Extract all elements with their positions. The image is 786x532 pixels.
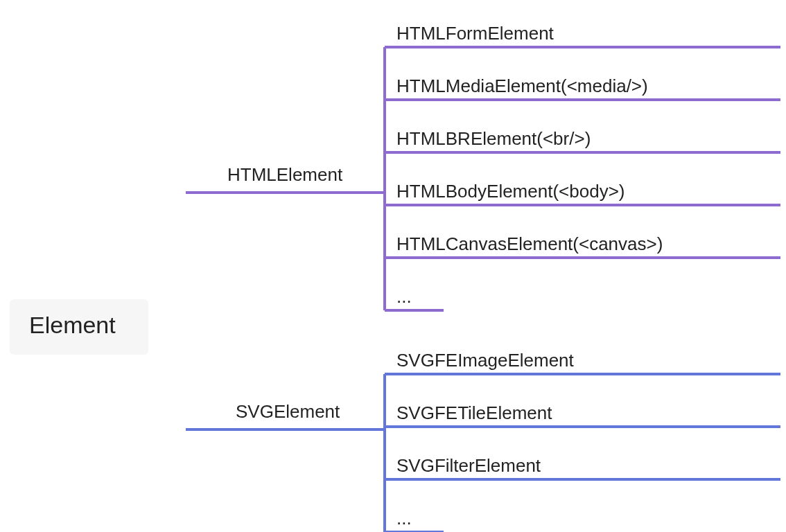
root-node-label: Element — [29, 312, 116, 338]
leaf-label: HTMLBodyElement(<body>) — [396, 181, 625, 202]
leaf-ellipsis: ... — [396, 508, 412, 529]
leaf-ellipsis: ... — [396, 286, 412, 307]
leaf-label: HTMLCanvasElement(<canvas>) — [396, 233, 663, 254]
hierarchy-diagram: ElementHTMLElementHTMLFormElementHTMLMed… — [0, 0, 786, 532]
branch-label: SVGElement — [236, 401, 340, 422]
leaf-label: SVGFETileElement — [396, 402, 552, 423]
leaf-label: HTMLBRElement(<br/>) — [396, 128, 591, 149]
leaf-label: SVGFilterElement — [396, 455, 541, 476]
leaf-label: HTMLFormElement — [396, 23, 554, 44]
leaf-label: SVGFEImageElement — [396, 350, 575, 371]
leaf-label: HTMLMediaElement(<media/>) — [396, 76, 648, 96]
branch-label: HTMLElement — [227, 164, 343, 185]
